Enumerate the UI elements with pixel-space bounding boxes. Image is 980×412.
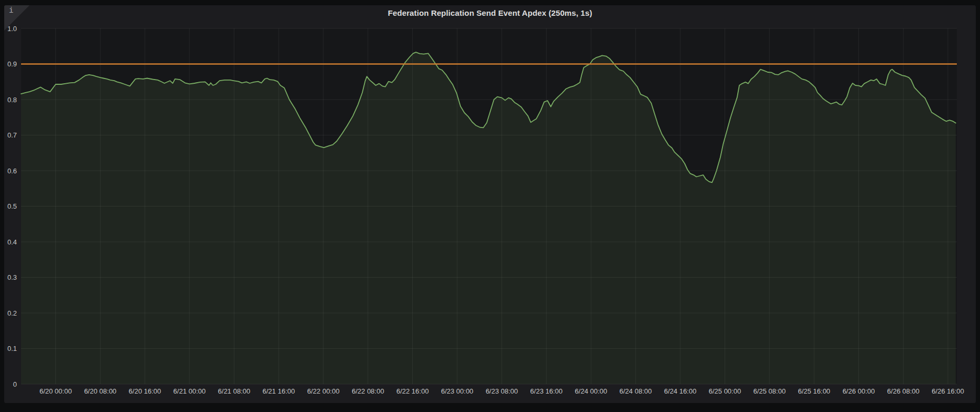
- x-tick-label: 6/24 16:00: [664, 387, 696, 395]
- y-tick-label: 0.4: [7, 238, 17, 246]
- x-tick-label: 6/26 16:00: [932, 387, 964, 395]
- dashboard-background: i Federation Replication Send Event Apde…: [0, 0, 980, 412]
- x-tick-label: 6/23 00:00: [441, 387, 473, 395]
- y-tick-label: 0: [13, 380, 17, 388]
- x-tick-label: 6/22 00:00: [307, 387, 339, 395]
- x-tick-label: 6/26 00:00: [843, 387, 875, 395]
- y-tick-label: 0.6: [7, 167, 17, 175]
- x-tick-label: 6/21 00:00: [173, 387, 205, 395]
- x-tick-label: 6/22 08:00: [352, 387, 384, 395]
- x-tick-label: 6/24 08:00: [619, 387, 651, 395]
- y-tick-label: 0.5: [7, 202, 17, 210]
- y-tick-label: 0.8: [7, 96, 17, 104]
- y-tick-label: 0.9: [7, 60, 17, 68]
- graph-panel: i Federation Replication Send Event Apde…: [4, 5, 976, 403]
- x-tick-label: 6/25 16:00: [798, 387, 830, 395]
- x-tick-label: 6/25 08:00: [753, 387, 785, 395]
- x-tick-label: 6/26 08:00: [887, 387, 919, 395]
- chart-canvas[interactable]: 00.10.20.30.40.50.60.70.80.91.06/20 00:0…: [4, 5, 976, 403]
- x-tick-label: 6/21 08:00: [218, 387, 250, 395]
- x-tick-label: 6/20 08:00: [84, 387, 116, 395]
- x-tick-label: 6/24 00:00: [575, 387, 607, 395]
- x-tick-label: 6/23 16:00: [530, 387, 562, 395]
- y-tick-label: 0.1: [7, 345, 17, 352]
- x-tick-label: 6/20 00:00: [39, 387, 72, 395]
- y-tick-label: 1.0: [7, 25, 17, 33]
- y-tick-label: 0.2: [7, 309, 17, 317]
- x-tick-label: 6/21 16:00: [263, 387, 295, 395]
- x-tick-label: 6/20 16:00: [128, 387, 161, 395]
- x-tick-label: 6/23 08:00: [486, 387, 518, 395]
- y-tick-label: 0.7: [7, 131, 17, 139]
- y-tick-label: 0.3: [7, 273, 17, 281]
- x-tick-label: 6/25 00:00: [709, 387, 741, 395]
- x-tick-label: 6/22 16:00: [397, 387, 429, 395]
